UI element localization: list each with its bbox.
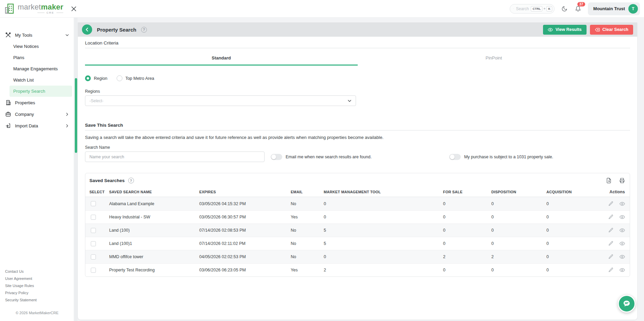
page-title: Property Search bbox=[97, 27, 136, 33]
notifications-button[interactable]: 37 bbox=[574, 5, 582, 13]
edit-pencil-icon[interactable] bbox=[608, 267, 613, 272]
sidebar-item-label: Properties bbox=[15, 100, 35, 105]
clear-search-label: Clear Search bbox=[603, 27, 628, 32]
tab-pinpoint[interactable]: PinPoint bbox=[358, 55, 630, 66]
view-eye-icon[interactable] bbox=[620, 214, 625, 220]
copyright: © 2026 MarketMakerCRE bbox=[5, 311, 69, 315]
footer-link[interactable]: Privacy Policy bbox=[5, 291, 74, 295]
cell-email: Yes bbox=[287, 215, 320, 219]
edit-pencil-icon[interactable] bbox=[608, 241, 613, 246]
footer-link[interactable]: Security Statement bbox=[5, 298, 74, 302]
col-mmt: MARKET MANAGEMENT TOOL bbox=[320, 190, 439, 194]
view-eye-icon[interactable] bbox=[620, 201, 625, 207]
sidebar-subitem[interactable]: Plans bbox=[10, 52, 72, 63]
edit-pencil-icon[interactable] bbox=[608, 201, 613, 206]
sidebar-subitem[interactable]: Manage Engagements bbox=[10, 63, 72, 74]
table-row: Heavy Industrial - SW 03/05/2026 06:30:5… bbox=[85, 210, 630, 224]
cell-for-sale: 0 bbox=[439, 215, 487, 219]
row-checkbox[interactable] bbox=[91, 241, 96, 246]
view-eye-icon[interactable] bbox=[620, 267, 625, 273]
top-metro-radio[interactable] bbox=[117, 75, 122, 81]
sidebar-item-company[interactable]: Company bbox=[0, 108, 74, 120]
clear-search-button[interactable]: Clear Search bbox=[590, 25, 633, 35]
cell-for-sale: 0 bbox=[439, 268, 487, 272]
cell-acquisition: 0 bbox=[542, 215, 604, 219]
kbd-plus: + bbox=[543, 7, 545, 11]
search-placeholder: Search bbox=[516, 6, 529, 11]
edit-pencil-icon[interactable] bbox=[608, 254, 613, 259]
scrollbar-thumb[interactable] bbox=[75, 78, 77, 153]
cell-market-management-tool: 2 bbox=[320, 268, 439, 272]
sidebar-item-import-data[interactable]: Import Data bbox=[0, 120, 74, 131]
sidebar-subitem-label: View Notices bbox=[13, 44, 39, 49]
cell-for-sale: 0 bbox=[439, 228, 487, 233]
print-icon[interactable] bbox=[619, 178, 625, 183]
edit-pencil-icon[interactable] bbox=[608, 214, 613, 219]
notification-count-badge: 37 bbox=[577, 2, 585, 6]
bell-icon bbox=[575, 6, 581, 12]
kbd-k: K bbox=[546, 6, 552, 12]
view-eye-icon[interactable] bbox=[620, 228, 625, 233]
close-icon[interactable] bbox=[71, 6, 77, 12]
sidebar-subitem-label: Property Search bbox=[13, 89, 45, 94]
sidebar-item-my-tools[interactable]: My Tools bbox=[0, 29, 74, 41]
sidebar-subitem[interactable]: Property Search bbox=[10, 86, 72, 97]
location-tabs: Standard PinPoint bbox=[85, 55, 630, 66]
back-button[interactable] bbox=[82, 24, 92, 35]
page-header: Property Search View Results Clear Searc… bbox=[78, 22, 637, 37]
cell-saved-search-name: Alabama Land Example bbox=[105, 201, 195, 206]
row-checkbox[interactable] bbox=[91, 215, 96, 220]
global-search-input[interactable]: Search CTRL + K bbox=[510, 4, 555, 14]
row-checkbox[interactable] bbox=[91, 201, 96, 206]
cell-market-management-tool: 5 bbox=[320, 241, 439, 246]
search-name-input[interactable] bbox=[85, 151, 265, 162]
tab-standard[interactable]: Standard bbox=[85, 55, 358, 66]
footer-link[interactable]: Contact Us bbox=[5, 269, 74, 273]
row-checkbox[interactable] bbox=[91, 254, 96, 260]
regions-select[interactable]: -Select- bbox=[85, 95, 356, 106]
sidebar-subitem[interactable]: Watch List bbox=[10, 74, 72, 86]
view-eye-icon[interactable] bbox=[620, 241, 625, 246]
cell-market-management-tool: 0 bbox=[320, 201, 439, 206]
app-logo[interactable]: marketmaker CRE bbox=[4, 3, 63, 15]
email-toggle[interactable] bbox=[271, 154, 282, 160]
cell-email: Yes bbox=[287, 268, 320, 272]
col-select: SELECT bbox=[85, 190, 105, 194]
cell-disposition: 0 bbox=[487, 268, 542, 272]
row-checkbox[interactable] bbox=[91, 228, 96, 233]
region-radio-label: Region bbox=[94, 76, 107, 81]
building-icon bbox=[5, 100, 11, 105]
toggle-knob bbox=[450, 155, 455, 159]
user-menu[interactable]: Mountain Trust T bbox=[588, 2, 640, 15]
help-icon[interactable] bbox=[128, 178, 134, 183]
footer-link[interactable]: User Agreement bbox=[5, 277, 74, 281]
cell-email: No bbox=[287, 241, 320, 246]
view-results-label: View Results bbox=[556, 27, 582, 32]
chat-fab-button[interactable] bbox=[618, 295, 635, 313]
cell-disposition: 0 bbox=[487, 215, 542, 219]
col-acquisition: ACQUISITION bbox=[542, 190, 604, 194]
footer-link[interactable]: Site Usage Rules bbox=[5, 284, 74, 288]
sidebar-item-properties[interactable]: Properties bbox=[0, 97, 74, 108]
sidebar-subitem[interactable]: View Notices bbox=[10, 41, 72, 52]
briefcase-icon bbox=[5, 111, 11, 117]
edit-pencil-icon[interactable] bbox=[608, 228, 613, 233]
view-results-button[interactable]: View Results bbox=[543, 25, 587, 35]
property-search-card: Property Search View Results Clear Searc… bbox=[78, 22, 637, 320]
cell-email: No bbox=[287, 228, 320, 233]
cell-disposition: 0 bbox=[487, 201, 542, 206]
row-checkbox[interactable] bbox=[91, 268, 96, 273]
email-toggle-label: Email me when new search results are fou… bbox=[286, 155, 372, 159]
divider bbox=[85, 48, 630, 48]
export-icon[interactable] bbox=[606, 178, 612, 183]
toggle-knob bbox=[271, 155, 276, 159]
cell-disposition: 0 bbox=[487, 228, 542, 233]
region-radio[interactable] bbox=[85, 75, 91, 81]
sidebar-item-label: Company bbox=[15, 112, 34, 117]
col-expires: EXPIRES bbox=[195, 190, 287, 194]
help-icon[interactable] bbox=[141, 27, 147, 33]
dark-mode-toggle[interactable] bbox=[561, 5, 568, 13]
view-eye-icon[interactable] bbox=[620, 254, 625, 260]
purchase-1031-toggle[interactable] bbox=[449, 154, 461, 160]
sidebar-scrollbar[interactable] bbox=[74, 18, 78, 321]
